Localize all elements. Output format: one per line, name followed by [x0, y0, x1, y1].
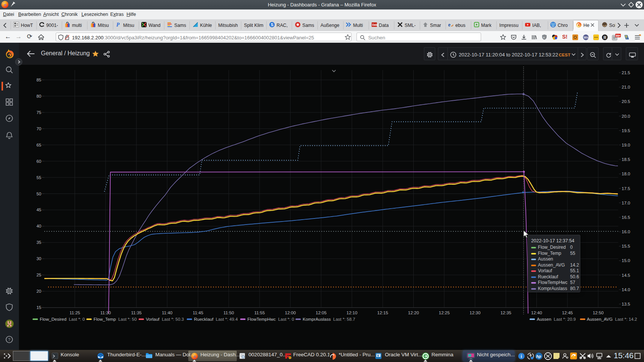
svg-text:11:35: 11:35: [131, 311, 142, 315]
svg-text:75: 75: [36, 110, 41, 115]
svg-text:60: 60: [36, 159, 41, 164]
svg-text:18.0: 18.0: [622, 172, 630, 176]
svg-text:45: 45: [36, 208, 41, 212]
svg-text:11:45: 11:45: [193, 311, 203, 315]
svg-text:12:50: 12:50: [593, 311, 604, 315]
svg-text:55: 55: [36, 175, 41, 180]
svg-text:80: 80: [36, 94, 41, 98]
svg-text:14.0: 14.0: [622, 287, 630, 292]
svg-text:12:35: 12:35: [500, 311, 511, 315]
svg-text:30: 30: [36, 256, 41, 261]
svg-text:20: 20: [36, 289, 41, 293]
svg-text:12:25: 12:25: [439, 311, 450, 315]
svg-text:11:50: 11:50: [224, 311, 234, 315]
svg-text:15.0: 15.0: [622, 258, 630, 263]
svg-text:20.0: 20.0: [622, 114, 630, 119]
svg-text:15: 15: [36, 305, 41, 310]
svg-text:12:00: 12:00: [285, 311, 296, 315]
svg-text:13.5: 13.5: [622, 302, 630, 306]
svg-text:12:40: 12:40: [531, 311, 542, 315]
svg-text:12:20: 12:20: [408, 311, 419, 315]
svg-text:14.5: 14.5: [622, 273, 630, 278]
svg-text:21.5: 21.5: [622, 70, 630, 75]
svg-text:16.5: 16.5: [622, 215, 630, 220]
svg-text:11:25: 11:25: [70, 311, 80, 315]
svg-text:12:15: 12:15: [377, 311, 388, 315]
svg-text:85: 85: [36, 78, 41, 82]
svg-text:11:40: 11:40: [162, 311, 172, 315]
svg-text:11:30: 11:30: [100, 311, 111, 315]
svg-text:25: 25: [36, 273, 41, 277]
svg-text:35: 35: [36, 240, 41, 245]
svg-text:12:05: 12:05: [316, 311, 327, 315]
svg-text:65: 65: [36, 143, 41, 147]
svg-text:12:45: 12:45: [562, 311, 573, 315]
svg-text:19.0: 19.0: [622, 143, 630, 147]
svg-text:50: 50: [36, 192, 41, 196]
svg-text:17.5: 17.5: [622, 186, 630, 191]
svg-text:15.5: 15.5: [622, 244, 630, 248]
svg-text:19.5: 19.5: [622, 128, 630, 133]
svg-text:70: 70: [36, 126, 41, 131]
svg-text:18.5: 18.5: [622, 157, 630, 162]
svg-text:16.0: 16.0: [622, 229, 630, 234]
svg-text:20.5: 20.5: [622, 99, 630, 104]
svg-text:17.0: 17.0: [622, 201, 630, 205]
svg-text:21.0: 21.0: [622, 85, 630, 89]
svg-text:12:30: 12:30: [470, 311, 481, 315]
svg-text:hp: hp: [536, 354, 541, 359]
svg-text:40: 40: [36, 224, 41, 228]
svg-text:11:55: 11:55: [254, 311, 265, 315]
svg-text:12:10: 12:10: [347, 311, 358, 315]
